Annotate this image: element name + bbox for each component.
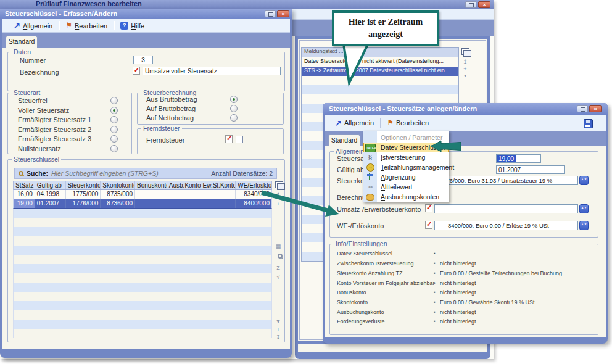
fremdsteuer-checkbox[interactable] [236, 136, 243, 143]
titlebar-erfassen[interactable]: Steuerschlüssel - Erfassen/Ändern × [0, 9, 292, 19]
radio-auf-netto[interactable] [230, 114, 238, 122]
hilfe-button[interactable]: ? Hilfe [117, 20, 147, 31]
column-header[interactable]: Gültig ab [35, 181, 66, 189]
tab-standard[interactable]: Standard [6, 36, 38, 48]
info-label: Zwischenkonto Istversteuerung [337, 260, 414, 267]
radio-voller-steuersatz[interactable] [110, 107, 118, 114]
record-up-icon[interactable]: + [273, 201, 283, 207]
radio-auf-brutto[interactable] [230, 105, 238, 112]
record-add-icon[interactable]: + [273, 326, 283, 333]
gueltig-ab-field[interactable]: 01.2007 [496, 165, 565, 174]
scroll-down-icon[interactable]: ▾ [460, 73, 470, 79]
info-label: Konto Vorsteuer im Folgejahr abziehbar [337, 280, 435, 286]
allgemein-button[interactable]: ↗ Allgemein [332, 118, 377, 128]
bezeichnung-field[interactable]: Umsätze voller Steuersatz [143, 67, 281, 75]
tab-standard[interactable]: Standard [328, 134, 360, 147]
steuersatz-field[interactable]: 19,00 [496, 154, 541, 163]
close-button[interactable]: × [478, 1, 490, 8]
save-icon[interactable] [584, 119, 593, 128]
equals-icon: ▪ [434, 270, 436, 276]
column-header[interactable]: Ew.St.Konto [201, 181, 236, 189]
minimize-button[interactable] [265, 10, 276, 17]
bearbeiten-button[interactable]: ⚑ Bearbeiten [384, 118, 432, 128]
scroll-top-icon[interactable]: ↥ [460, 59, 470, 65]
info-label: Forderungsverluste [337, 318, 385, 325]
steuerschluessel-table: StSatz Gültig ab Steuerkonto Skontokonto… [13, 181, 272, 338]
we-spinner[interactable]: ▲▼ [579, 221, 589, 230]
column-header[interactable]: StSatz [14, 181, 35, 189]
close-button[interactable]: × [589, 105, 602, 112]
radio-steuerfrei[interactable] [110, 97, 118, 104]
minimize-button[interactable] [465, 1, 476, 8]
minimize-button[interactable] [577, 105, 588, 112]
radio-ermaessigt-1[interactable] [110, 116, 118, 123]
column-header[interactable]: Steuerkonto [66, 181, 101, 189]
we-label: WE-/Erlöskonto [337, 222, 384, 230]
umsatz-combo[interactable] [434, 204, 578, 213]
steuerart-option-label: Steuerfrei [18, 97, 48, 104]
steuerkonto-spinner[interactable]: ▲▼ [579, 176, 589, 185]
table-header-row[interactable]: StSatz Gültig ab Steuerkonto Skontokonto… [13, 181, 272, 190]
flag-icon: ⚑ [65, 22, 72, 30]
close-button[interactable]: × [277, 10, 289, 17]
search-bar[interactable]: Suche: Hier Suchbegriff eingeben (STRG+S… [14, 168, 277, 179]
required-check-icon [133, 67, 140, 75]
column-header[interactable]: Ausb.Konto [167, 181, 201, 189]
required-check-icon [425, 221, 432, 229]
group-daten: Daten Nummer 3 Bezeichnung Umsätze volle… [7, 52, 285, 91]
scroll-up-icon[interactable]: + [460, 66, 470, 72]
titlebar-steuersaetze[interactable]: Steuerschlüssel - Steuersätze anlegen/än… [323, 103, 608, 115]
radio-aus-brutto[interactable] [230, 96, 238, 103]
copy-icon[interactable] [461, 48, 469, 56]
scroll-end-icon[interactable]: ↧ [273, 334, 283, 341]
toolbar: ↗ Allgemein ⚑ Bearbeiten [325, 115, 606, 131]
menu-item-istversteuerung[interactable]: § Istversteuerung [363, 152, 449, 162]
bearbeiten-menu: Optionen / Parameter DATEV Datev Steuers… [363, 131, 449, 202]
toolbar-separator [380, 118, 381, 128]
menu-item-altteilewert[interactable]: ●● Altteilewert [363, 182, 449, 192]
scroll-top-icon[interactable]: ↥ [273, 192, 283, 198]
help-icon: ? [120, 22, 128, 30]
radio-ermaessigt-2[interactable] [110, 126, 118, 133]
radio-ermaessigt-3[interactable] [110, 135, 118, 143]
steuersatz-value: 19,00 [497, 155, 516, 162]
column-header[interactable]: Bonuskonto [135, 181, 167, 189]
nummer-field[interactable]: 3 [133, 56, 153, 64]
steuerkonto-combo[interactable]: 1776/000: Euro 31.93 / Umsatzsteuer 19 % [434, 176, 578, 185]
menu-item-label: Datev Steuerschlüssel [381, 143, 449, 152]
table-row-selected[interactable]: 19,00 01.2007 1776/000 8736/000 8400/000 [13, 199, 272, 209]
radio-nullsteuersatz[interactable] [110, 145, 118, 152]
search-placeholder: Hier Suchbegriff eingeben (STRG+S) [51, 170, 159, 177]
menu-item-datev-steuerschluessel[interactable]: DATEV Datev Steuerschlüssel [363, 143, 449, 152]
message-list-header: Meldungstext .... [302, 48, 458, 57]
filter-icon[interactable]: √ [273, 274, 283, 280]
info-label: Skontokonto [337, 299, 368, 305]
datev-icon: DATEV [365, 144, 376, 152]
cell [201, 190, 236, 199]
allgemein-button[interactable]: ↗ Allgemein [10, 20, 56, 31]
scroll-down-icon[interactable]: ▼ [273, 318, 283, 325]
bearbeiten-button[interactable]: ⚑ Bearbeiten [62, 20, 110, 31]
group-info-einstellungen: Info/Einstellungen Datev-Steuerschlüssel… [329, 244, 598, 335]
zoom-icon[interactable] [275, 254, 285, 260]
message-row-selected[interactable]: STS -> Zeitraum: 01.2007 Datevsteuerschl… [302, 67, 458, 76]
fremdsteuer-label: Fremdsteuer [146, 136, 184, 144]
menu-item-ausbuchungskonten[interactable]: Ausbuchungskonten [363, 192, 449, 202]
umsatz-spinner[interactable]: ▲▼ [579, 204, 589, 213]
message-row[interactable]: Datev Steuerautomatik nicht aktiviert (D… [302, 57, 458, 67]
column-header[interactable]: Skontokonto [101, 181, 135, 189]
table-row[interactable]: 16,00 04.1998 1775/000 8735/000 8340/000 [13, 190, 272, 199]
columns-icon[interactable]: ▦ [273, 243, 283, 249]
menu-item-abgrenzung[interactable]: Abgrenzung [363, 172, 449, 182]
equals-icon: ▪ [434, 289, 436, 295]
cell: 01.2007 [35, 199, 66, 208]
sum-icon[interactable]: Σ [273, 265, 283, 271]
berechnung-option-label: Aus Bruttobetrag [146, 96, 197, 103]
column-header[interactable]: WE/Erlöskto [236, 181, 271, 189]
we-combo[interactable]: 8400/000: Euro 0.00 / Erlöse 19 % USt [434, 221, 578, 230]
callout-bubble: Hier ist er Zeitraum angezeigt [332, 10, 439, 46]
copy-icon[interactable] [275, 181, 283, 189]
group-steuerschluessel-legend: Steuerschlüssel [12, 155, 61, 163]
steuerart-option-label: Nullsteuersatz [18, 145, 61, 152]
menu-item-teilzahlungsmanagement[interactable]: ¤ Teilzahlungsmanagement [363, 162, 449, 172]
